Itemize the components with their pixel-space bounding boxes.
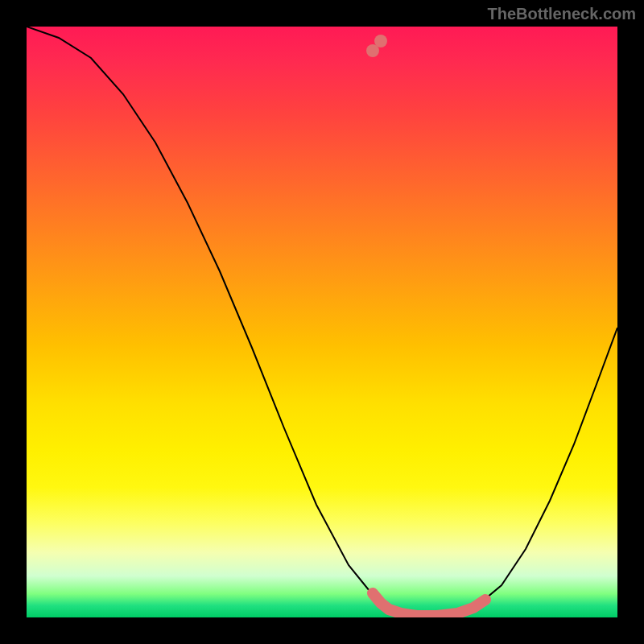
marker-dot — [374, 35, 387, 47]
bottleneck-curve — [27, 27, 617, 616]
chart-plot-area — [27, 27, 617, 617]
chart-svg — [27, 27, 617, 617]
watermark-text: TheBottleneck.com — [488, 5, 636, 23]
optimal-zone-marker — [373, 593, 485, 616]
